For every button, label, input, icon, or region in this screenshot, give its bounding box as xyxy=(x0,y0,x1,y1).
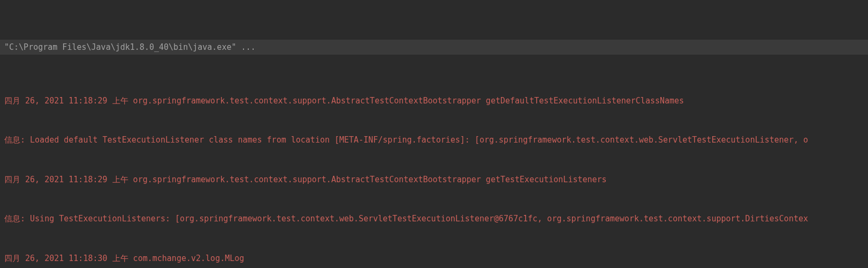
command-text: "C:\Program Files\Java\jdk1.8.0_40\bin\j… xyxy=(4,42,256,52)
command-line: "C:\Program Files\Java\jdk1.8.0_40\bin\j… xyxy=(0,40,868,55)
console-output[interactable]: "C:\Program Files\Java\jdk1.8.0_40\bin\j… xyxy=(0,0,868,268)
log-line: 信息: Using TestExecutionListeners: [org.s… xyxy=(0,212,868,226)
log-line: 四月 26, 2021 11:18:29 上午 org.springframew… xyxy=(0,173,868,187)
log-line: 四月 26, 2021 11:18:29 上午 org.springframew… xyxy=(0,94,868,108)
log-line: 四月 26, 2021 11:18:30 上午 com.mchange.v2.l… xyxy=(0,252,868,265)
log-line: 信息: Loaded default TestExecutionListener… xyxy=(0,133,868,147)
